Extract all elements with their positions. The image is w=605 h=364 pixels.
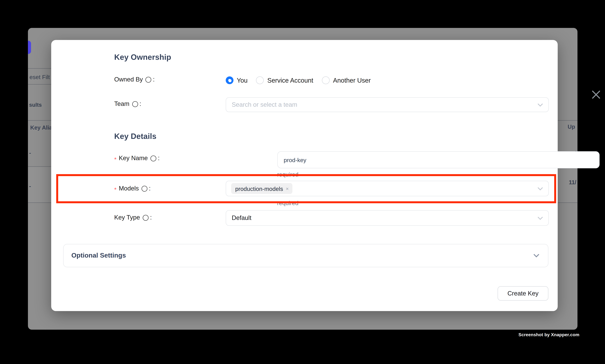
- owned-by-label-row: Owned By :: [114, 76, 155, 83]
- divider: [28, 84, 52, 85]
- radio-service-account[interactable]: Service Account: [256, 77, 313, 84]
- column-header-key-alias: Key Alia: [30, 125, 52, 131]
- optional-settings-title: Optional Settings: [71, 252, 126, 260]
- partial-blue-button[interactable]: [28, 41, 31, 54]
- label-colon: :: [149, 185, 151, 192]
- section-title-key-ownership: Key Ownership: [114, 53, 171, 62]
- results-count-label: sults: [29, 102, 42, 108]
- team-label: Team: [114, 101, 129, 108]
- info-icon[interactable]: [142, 185, 147, 191]
- key-type-label-row: Key Type :: [114, 214, 152, 221]
- radio-selected-icon: [226, 77, 233, 84]
- radio-you[interactable]: You: [226, 77, 247, 84]
- team-select[interactable]: [226, 97, 549, 112]
- radio-unselected-icon: [256, 77, 264, 84]
- chevron-down-icon: [537, 185, 543, 192]
- models-required-message: required: [277, 200, 298, 206]
- radio-label: You: [237, 77, 248, 84]
- models-label-row: * Models :: [114, 185, 151, 192]
- chevron-down-icon: [537, 214, 543, 221]
- models-label: Models: [119, 185, 139, 192]
- close-button[interactable]: [591, 90, 601, 100]
- radio-unselected-icon: [322, 77, 330, 84]
- screenshot: eset Filt sults Key Alia Up - 11/ - 11/ …: [0, 0, 605, 364]
- watermark-text: Screenshot by Xnapper.com: [518, 332, 579, 337]
- key-name-input[interactable]: [277, 151, 599, 168]
- key-name-required-message: required: [277, 171, 298, 178]
- radio-another-user[interactable]: Another User: [322, 77, 371, 84]
- info-icon[interactable]: [151, 155, 156, 161]
- key-type-select[interactable]: Default: [226, 210, 549, 226]
- model-tag-label: production-models: [235, 185, 283, 192]
- create-key-modal: Key Ownership Owned By : You Service Acc…: [51, 40, 558, 311]
- table-row-updated: 11/: [569, 179, 576, 185]
- tag-remove-icon[interactable]: ×: [286, 186, 289, 191]
- owned-by-label: Owned By: [114, 76, 143, 83]
- radio-label: Another User: [333, 77, 371, 84]
- reset-filters-button[interactable]: eset Filt: [29, 74, 50, 80]
- label-colon: :: [139, 101, 141, 108]
- create-key-button[interactable]: Create Key: [498, 286, 548, 300]
- team-label-row: Team :: [114, 101, 141, 108]
- column-header-updated: Up: [568, 124, 575, 130]
- chevron-down-icon: [537, 101, 543, 108]
- models-select[interactable]: production-models ×: [226, 181, 549, 196]
- info-icon[interactable]: [143, 215, 148, 221]
- required-asterisk: *: [114, 156, 116, 162]
- team-search-input[interactable]: [226, 101, 521, 108]
- table-row-alias: -: [29, 149, 31, 156]
- info-icon[interactable]: [146, 77, 151, 82]
- optional-settings-toggle[interactable]: Optional Settings: [63, 244, 548, 267]
- label-colon: :: [158, 155, 160, 162]
- key-type-label: Key Type: [114, 214, 140, 221]
- owned-by-radio-group: You Service Account Another User: [226, 77, 371, 84]
- required-asterisk: *: [114, 186, 116, 193]
- key-type-value: Default: [226, 214, 251, 221]
- radio-label: Service Account: [267, 77, 313, 84]
- table-row-alias: -: [29, 183, 31, 189]
- label-colon: :: [153, 76, 155, 83]
- key-name-label: Key Name: [119, 155, 148, 162]
- section-title-key-details: Key Details: [114, 132, 156, 141]
- divider: [28, 68, 52, 69]
- info-icon[interactable]: [132, 101, 138, 107]
- chevron-down-icon: [533, 252, 540, 259]
- close-icon: [591, 90, 601, 100]
- key-name-label-row: * Key Name :: [114, 155, 160, 162]
- model-tag: production-models ×: [231, 183, 292, 194]
- label-colon: :: [150, 214, 152, 221]
